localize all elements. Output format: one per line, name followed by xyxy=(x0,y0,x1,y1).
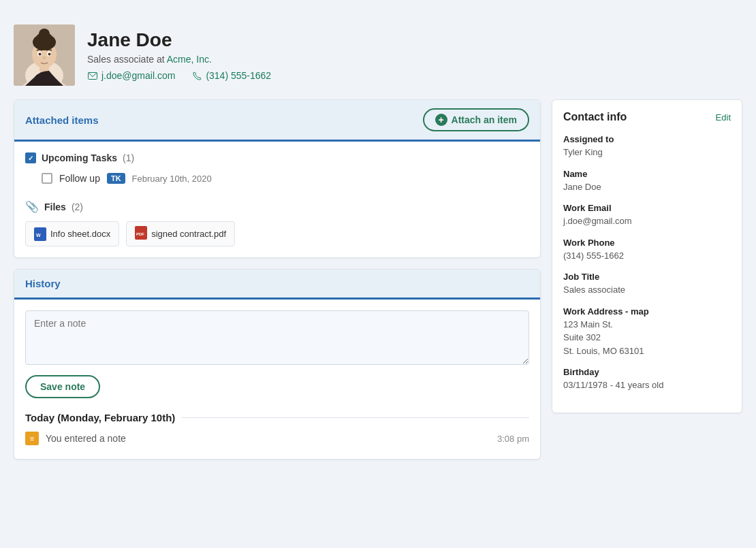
tasks-title-row: Upcoming Tasks (1) xyxy=(25,152,529,163)
svg-text:W: W xyxy=(36,233,41,238)
history-time: 3:08 pm xyxy=(497,434,529,444)
contact-field-label: Work Email xyxy=(563,203,731,213)
edit-label: Edit xyxy=(716,112,731,123)
edit-link[interactable]: Edit xyxy=(716,112,731,123)
attach-button-label: Attach an item xyxy=(452,114,517,125)
contact-field: Job TitleSales associate xyxy=(563,272,731,297)
contact-field-label: Birthday xyxy=(563,367,731,377)
save-note-label: Save note xyxy=(40,381,85,392)
files-list: W Info sheet.docx PDF xyxy=(25,221,529,246)
contact-field: Birthday03/11/1978 - 41 years old xyxy=(563,367,731,392)
svg-text:PDF: PDF xyxy=(136,232,144,236)
contact-field-value: j.doe@gmail.com xyxy=(563,214,731,228)
profile-header: Jane Doe Sales associate at Acme, Inc. j… xyxy=(14,14,742,99)
task-label: Follow up xyxy=(59,173,100,184)
contact-field-value: 03/11/1978 - 41 years old xyxy=(563,378,731,392)
contact-field-value: 123 Main St. Suite 302 St. Louis, MO 631… xyxy=(563,318,731,358)
history-card: History Save note Today (Monday, Februar… xyxy=(14,269,541,460)
profile-info: Jane Doe Sales associate at Acme, Inc. j… xyxy=(87,29,271,81)
email-link[interactable]: j.doe@gmail.com xyxy=(87,70,175,81)
contact-fields: Assigned toTyler KingNameJane DoeWork Em… xyxy=(563,134,731,392)
contact-field-label: Name xyxy=(563,169,731,179)
phone-link[interactable]: (314) 555-1662 xyxy=(191,70,271,81)
avatar xyxy=(14,25,75,86)
contact-card-header: Contact info Edit xyxy=(563,111,731,123)
files-count: (2) xyxy=(72,202,83,212)
file-name-pdf: signed contract.pdf xyxy=(151,229,226,239)
list-item: You entered a note 3:08 pm xyxy=(25,429,529,448)
contact-field-value: Jane Doe xyxy=(563,180,731,194)
contact-field: Assigned toTyler King xyxy=(563,134,731,159)
history-title: History xyxy=(25,278,61,289)
contact-links: j.doe@gmail.com (314) 555-1662 xyxy=(87,70,271,81)
contact-field: Work Address - map123 Main St. Suite 302… xyxy=(563,306,731,358)
task-date: February 10th, 2020 xyxy=(132,174,212,184)
task-checkbox[interactable] xyxy=(42,173,52,184)
company-link[interactable]: Acme, Inc. xyxy=(167,54,212,65)
contact-info-title: Contact info xyxy=(563,111,627,123)
contact-field-value: Sales associate xyxy=(563,283,731,297)
files-group: 📎 Files (2) W xyxy=(25,200,529,246)
history-date-row: Today (Monday, February 10th) xyxy=(25,412,529,423)
tasks-label: Upcoming Tasks xyxy=(42,152,117,163)
left-column: Attached items + Attach an item Upcoming… xyxy=(14,99,541,460)
profile-name: Jane Doe xyxy=(87,29,271,51)
contact-field: Work Emailj.doe@gmail.com xyxy=(563,203,731,228)
assignee-badge: TK xyxy=(107,173,125,184)
contact-field-value: (314) 555-1662 xyxy=(563,249,731,263)
subtitle-text: Sales associate at xyxy=(87,54,167,65)
history-note-text: You entered a note xyxy=(46,433,490,444)
profile-subtitle: Sales associate at Acme, Inc. xyxy=(87,54,271,65)
contact-field-label: Work Phone xyxy=(563,238,731,248)
history-header: History xyxy=(14,270,540,300)
file-name-docx: Info sheet.docx xyxy=(50,229,110,239)
history-body: Save note Today (Monday, February 10th) … xyxy=(14,300,540,459)
phone-icon xyxy=(191,70,202,81)
tasks-count: (1) xyxy=(123,152,134,163)
paperclip-icon: 📎 xyxy=(25,200,39,213)
history-divider xyxy=(182,417,529,418)
history-date-label: Today (Monday, February 10th) xyxy=(25,412,175,423)
phone-link-text: (314) 555-1662 xyxy=(206,70,271,81)
contact-info-card: Contact info Edit Assigned toTyler KingN… xyxy=(552,99,742,413)
main-layout: Attached items + Attach an item Upcoming… xyxy=(14,99,742,460)
history-note-icon xyxy=(25,432,39,445)
svg-point-7 xyxy=(39,29,50,39)
attached-items-body: Upcoming Tasks (1) Follow up TK February… xyxy=(14,142,540,257)
right-column: Contact info Edit Assigned toTyler KingN… xyxy=(552,99,742,413)
file-chip-docx[interactable]: W Info sheet.docx xyxy=(25,221,119,246)
email-icon xyxy=(87,70,98,81)
contact-field-value: Tyler King xyxy=(563,146,731,159)
save-note-button[interactable]: Save note xyxy=(25,375,100,398)
attached-items-title: Attached items xyxy=(25,114,99,126)
contact-field-label: Job Title xyxy=(563,272,731,282)
attach-plus-icon: + xyxy=(435,114,447,126)
docx-icon: W xyxy=(34,227,46,241)
contact-field-label: Assigned to xyxy=(563,134,731,144)
file-chip-pdf[interactable]: PDF signed contract.pdf xyxy=(126,221,235,246)
email-link-text: j.doe@gmail.com xyxy=(101,70,175,81)
tasks-checked-icon xyxy=(25,152,36,163)
files-title-row: 📎 Files (2) xyxy=(25,200,529,213)
contact-field: Work Phone(314) 555-1662 xyxy=(563,238,731,263)
pdf-icon: PDF xyxy=(135,226,147,242)
contact-field-label: Work Address - map xyxy=(563,306,731,317)
table-row: Follow up TK February 10th, 2020 xyxy=(25,170,529,187)
attached-items-header: Attached items + Attach an item xyxy=(14,100,540,142)
attach-item-button[interactable]: + Attach an item xyxy=(423,108,529,131)
svg-point-10 xyxy=(39,53,42,56)
tasks-group: Upcoming Tasks (1) Follow up TK February… xyxy=(25,152,529,187)
attached-items-card: Attached items + Attach an item Upcoming… xyxy=(14,99,541,258)
svg-point-11 xyxy=(48,53,51,56)
contact-field: NameJane Doe xyxy=(563,169,731,194)
files-label: Files xyxy=(44,202,66,212)
note-textarea[interactable] xyxy=(25,310,529,365)
